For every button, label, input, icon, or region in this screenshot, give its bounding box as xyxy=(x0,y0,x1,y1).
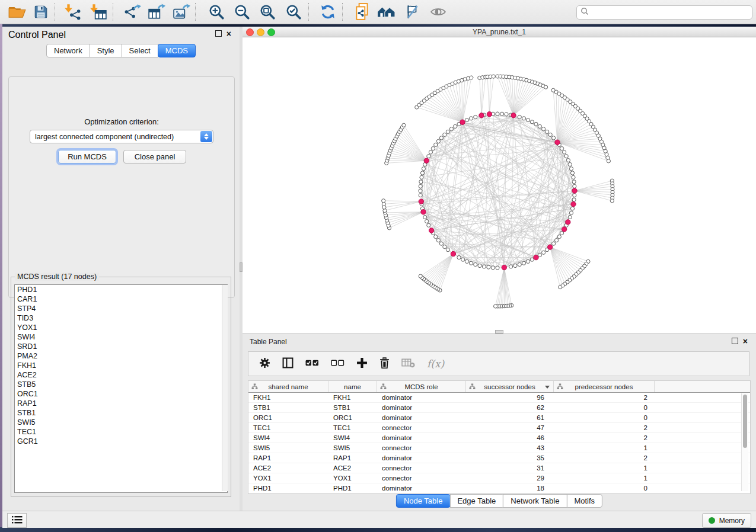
table-row[interactable]: ACE2ACE2connector311 xyxy=(248,463,750,473)
show-graphics-icon[interactable] xyxy=(427,2,449,22)
close-panel-button[interactable]: Close panel xyxy=(123,150,186,164)
table-cell: dominator xyxy=(377,454,466,462)
mcds-result-item[interactable]: CAR1 xyxy=(15,294,227,304)
node-table[interactable]: shared namenameMCDS rolesuccessor nodesp… xyxy=(248,380,751,494)
table-row[interactable]: SWI5SWI5connector431 xyxy=(248,443,750,453)
optimization-criterion-label: Optimization criterion: xyxy=(9,117,234,126)
float-panel-icon[interactable] xyxy=(215,30,222,37)
table-cell: 2 xyxy=(554,434,655,441)
zoom-out-icon[interactable] xyxy=(231,2,253,22)
add-column-icon[interactable] xyxy=(356,357,368,371)
table-scrollbar[interactable] xyxy=(741,393,748,491)
search-field[interactable] xyxy=(576,5,752,20)
table-row[interactable]: TEC1TEC1connector472 xyxy=(248,423,750,433)
zoom-in-icon[interactable] xyxy=(205,2,228,22)
select-stepper-icon[interactable] xyxy=(200,131,212,142)
mcds-result-item[interactable]: GCR1 xyxy=(15,437,227,446)
delete-column-icon[interactable] xyxy=(379,357,390,371)
table-row[interactable]: SWI4SWI4dominator462 xyxy=(248,433,750,443)
memory-button[interactable]: Memory xyxy=(702,513,751,528)
table-cell: RAP1 xyxy=(248,454,328,462)
close-panel-icon[interactable]: × xyxy=(227,31,231,37)
toolbar-separator xyxy=(113,3,113,21)
column-header-name[interactable]: name xyxy=(328,381,377,392)
mcds-result-item[interactable]: FKH1 xyxy=(15,361,227,370)
mcds-result-item[interactable]: TID3 xyxy=(15,313,227,323)
close-panel-icon[interactable]: × xyxy=(743,338,748,344)
table-row[interactable]: ORC1ORC1dominator610 xyxy=(248,413,750,423)
mcds-result-item[interactable]: ACE2 xyxy=(15,370,227,380)
table-row[interactable]: YOX1YOX1connector291 xyxy=(248,473,750,483)
maximize-window-icon[interactable] xyxy=(267,28,275,36)
tab-style[interactable]: Style xyxy=(90,44,122,57)
table-cell: SWI5 xyxy=(248,444,328,451)
table-cell: 46 xyxy=(466,434,554,441)
column-header-MCDS-role[interactable]: MCDS role xyxy=(377,381,466,392)
mcds-result-item[interactable]: SRD1 xyxy=(15,342,227,351)
mcds-result-item[interactable]: YOX1 xyxy=(15,323,227,332)
mcds-result-item[interactable]: SWI5 xyxy=(15,418,227,427)
scrollbar-thumb[interactable] xyxy=(743,395,747,448)
mcds-result-item[interactable]: STB5 xyxy=(15,380,227,389)
graph-mcds-nodes[interactable] xyxy=(419,112,577,270)
table-cell: 62 xyxy=(466,404,554,411)
tab-network[interactable]: Network xyxy=(46,44,90,57)
criterion-select[interactable]: largest connected component (undirected) xyxy=(30,130,213,143)
tab-node-table[interactable]: Node Table xyxy=(396,494,451,508)
table-cell: 0 xyxy=(554,404,655,411)
table-settings-icon[interactable] xyxy=(259,357,270,371)
float-panel-icon[interactable] xyxy=(732,338,738,344)
table-row[interactable]: FKH1FKH1dominator962 xyxy=(248,393,750,403)
legacy-apps-icon[interactable] xyxy=(375,2,397,22)
refresh-layout-icon[interactable] xyxy=(317,2,339,22)
hide-flag-icon[interactable] xyxy=(401,2,423,22)
export-network-icon[interactable] xyxy=(121,2,143,22)
mcds-result-item[interactable]: RAP1 xyxy=(15,399,227,408)
mcds-result-item[interactable]: SWI4 xyxy=(15,332,227,342)
minimize-window-icon[interactable] xyxy=(257,28,264,36)
show-columns-icon[interactable] xyxy=(282,357,294,371)
mcds-result-item[interactable]: STB1 xyxy=(15,408,227,418)
save-session-icon[interactable] xyxy=(30,2,52,22)
mcds-result-item[interactable]: ORC1 xyxy=(15,389,227,399)
zoom-selected-icon[interactable] xyxy=(282,2,305,22)
tab-select[interactable]: Select xyxy=(122,44,158,57)
tab-network-table[interactable]: Network Table xyxy=(503,494,567,508)
tab-edge-table[interactable]: Edge Table xyxy=(449,494,503,508)
close-window-icon[interactable] xyxy=(246,28,254,36)
column-header-predecessor-nodes[interactable]: predecessor nodes xyxy=(554,381,655,392)
mcds-result-item[interactable]: PHD1 xyxy=(15,285,227,294)
zoom-fit-icon[interactable] xyxy=(256,2,279,22)
network-titlebar[interactable]: YPA_prune.txt_1 xyxy=(243,27,756,37)
column-header-shared-name[interactable]: shared name xyxy=(248,381,328,392)
network-graph[interactable] xyxy=(243,37,756,334)
table-row[interactable]: STB1STB1dominator620 xyxy=(248,403,750,413)
tab-mcds[interactable]: MCDS xyxy=(158,44,196,57)
open-file-icon[interactable] xyxy=(6,2,28,22)
deselect-all-icon[interactable] xyxy=(331,358,344,369)
table-cell: SWI4 xyxy=(248,434,328,441)
mcds-result-item[interactable]: STP4 xyxy=(15,304,227,313)
mcds-list-scrollbar[interactable] xyxy=(222,285,228,491)
mcds-result-list[interactable]: PHD1CAR1STP4TID3YOX1SWI4SRD1PMA2FKH1ACE2… xyxy=(14,284,228,493)
export-image-icon[interactable] xyxy=(170,2,193,22)
select-all-icon[interactable] xyxy=(305,358,319,369)
column-type-icon xyxy=(251,383,258,391)
table-cell: PHD1 xyxy=(248,485,328,492)
run-mcds-button[interactable]: Run MCDS xyxy=(58,150,116,164)
import-network-icon[interactable] xyxy=(62,2,84,22)
table-cell: 47 xyxy=(466,424,554,431)
table-row[interactable]: RAP1RAP1dominator352 xyxy=(248,453,750,463)
table-row[interactable]: PHD1PHD1dominator180 xyxy=(248,483,750,493)
export-table-icon[interactable] xyxy=(145,2,168,22)
search-input[interactable] xyxy=(591,8,752,17)
column-type-icon xyxy=(380,383,387,391)
mcds-result-item[interactable]: TEC1 xyxy=(15,427,227,437)
import-table-icon[interactable] xyxy=(87,2,110,22)
table-cell: dominator xyxy=(377,404,466,411)
task-history-button[interactable] xyxy=(7,513,27,528)
tab-motifs[interactable]: Motifs xyxy=(566,494,602,508)
column-header-successor-nodes[interactable]: successor nodes xyxy=(466,381,554,392)
share-document-icon[interactable] xyxy=(351,2,374,22)
mcds-result-item[interactable]: PMA2 xyxy=(15,351,227,361)
